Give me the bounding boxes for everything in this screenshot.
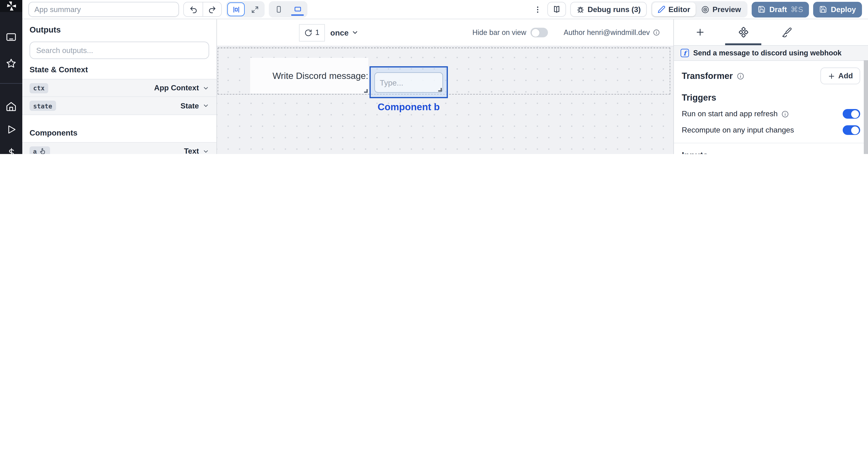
refresh-icon [304,29,312,37]
triggers-heading: Triggers [682,93,860,102]
left-nav [0,0,22,154]
favorites-star-icon[interactable] [0,53,22,73]
component-row-a[interactable]: a Text [22,142,216,154]
tab-insert[interactable] [691,19,709,45]
app-canvas[interactable]: Write Discord message: Type... Component… [217,46,673,154]
center-align-tool-button[interactable] [227,2,245,16]
run-on-start-toggle[interactable] [843,109,860,119]
state-context-heading: State & Context [30,65,209,74]
save-icon [819,5,827,13]
apps-icon[interactable] [0,27,22,47]
chevron-down-icon[interactable] [203,148,209,154]
canvas-toolbar: 1 once Hide bar on view Author henri@win… [217,19,673,46]
top-bar: App summary Debug runs (3) [22,0,868,19]
active-tab-indicator [725,43,761,45]
selected-component-b[interactable]: Type... [370,66,448,98]
function-icon: f [681,49,689,57]
inputs-heading: Inputs [682,151,860,154]
recompute-toggle[interactable] [843,125,860,135]
draft-button[interactable]: Draft ⌘S [752,2,809,17]
tab-editor[interactable]: Editor [652,2,695,16]
tab-settings-components[interactable] [734,19,752,45]
costs-dollar-icon[interactable] [0,143,22,154]
desktop-view-button[interactable] [289,2,306,16]
info-icon[interactable] [781,110,789,118]
deploy-button[interactable]: Deploy [813,2,862,17]
nav-divider [0,83,22,84]
hide-bar-label: Hide bar on view [472,28,526,37]
outputs-title: Outputs [30,25,209,34]
output-row-ctx[interactable]: ctx App Context [22,79,216,97]
refresh-count-button[interactable]: 1 [299,24,325,41]
selected-component-label: Component b [370,102,448,113]
hand-pointer-icon [39,147,46,154]
mobile-view-button[interactable] [270,2,287,16]
resize-handle[interactable] [438,88,442,92]
docs-book-button[interactable] [547,2,566,17]
right-panel: f Send a message to discord using webhoo… [674,19,868,154]
tab-styling[interactable] [778,19,796,45]
windmill-app-editor: App summary Debug runs (3) [0,0,868,154]
text-component-a[interactable]: Write Discord message: [250,58,368,93]
transformer-label: Transformer [682,71,733,81]
bug-icon [576,5,585,14]
draft-shortcut: ⌘S [790,5,803,14]
home-icon[interactable] [0,96,22,116]
interval-dropdown[interactable]: once [330,28,359,37]
right-panel-tabs [674,19,868,45]
pencil-icon [658,5,665,13]
undo-button[interactable] [183,2,203,17]
vertical-scrollbar[interactable] [864,60,868,154]
runs-play-icon[interactable] [0,119,22,140]
app-summary-input[interactable]: App summary [28,2,179,17]
output-row-state[interactable]: state State [22,97,216,115]
windmill-logo[interactable] [0,0,22,12]
info-icon[interactable] [736,72,744,80]
add-transformer-button[interactable]: Add [820,67,860,84]
search-outputs-input[interactable]: Search outputs... [30,41,209,59]
chevron-down-icon [352,29,359,36]
editor-preview-segment: Editor Preview [651,1,748,18]
redo-button[interactable] [203,2,222,17]
components-heading: Components [30,128,209,137]
more-menu-icon[interactable] [532,5,543,14]
info-icon[interactable] [653,29,660,36]
save-icon [758,5,766,13]
text-input-component[interactable]: Type... [374,72,443,93]
debug-runs-button[interactable]: Debug runs (3) [570,2,647,17]
selected-runnable-header: f Send a message to discord using webhoo… [674,45,868,61]
recompute-label: Recompute on any input changes [682,126,794,134]
author-label: Author henri@windmill.dev [564,28,650,37]
tab-preview[interactable]: Preview [695,2,746,16]
run-on-start-label: Run on start and app refresh [682,110,778,118]
hide-bar-toggle[interactable] [530,28,548,37]
outputs-panel: Outputs Search outputs... State & Contex… [22,19,217,154]
fullscreen-tool-button[interactable] [246,2,264,16]
resize-handle[interactable] [364,89,368,93]
chevron-down-icon[interactable] [203,85,209,91]
chevron-down-icon[interactable] [203,102,209,109]
preview-eye-icon [701,5,710,14]
